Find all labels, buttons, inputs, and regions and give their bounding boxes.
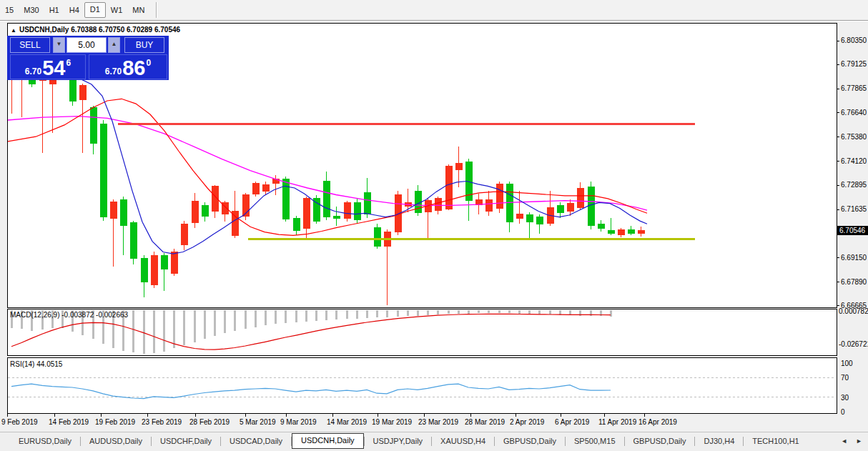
candle-body (100, 124, 107, 217)
date-axis-label: 14 Mar 2019 (327, 418, 367, 426)
date-axis-label: 28 Mar 2019 (465, 418, 505, 426)
arrow-down-icon: ▼ (56, 41, 62, 47)
candle-body (130, 223, 137, 259)
sell-price-pip: 6 (66, 58, 71, 68)
candle-body (171, 252, 177, 273)
date-axis-label: 16 Apr 2019 (638, 418, 677, 426)
candle-body (141, 259, 147, 282)
symbol-tab-usdjpy-daily[interactable]: USDJPY,Daily (365, 434, 432, 448)
arrow-up-icon: ▲ (112, 41, 117, 47)
macd-label: MACD(12,26,9) -0.003872 -0.002663 (10, 311, 128, 319)
candle-body (445, 167, 452, 209)
rsi-axis-label: 0 (841, 408, 845, 416)
timeframe-toolbar: 15M30H1H4D1W1MN (0, 0, 868, 21)
candle-body (120, 199, 127, 226)
rsi-axis-label: 70 (841, 374, 849, 382)
chart-title-text: USDCNH,Daily 6.70388 6.70750 6.70289 6.7… (19, 26, 180, 34)
date-axis-label: 19 Feb 2019 (95, 418, 135, 426)
symbol-tab-usdcnh-daily[interactable]: USDCNH,Daily (292, 433, 364, 449)
price-axis-label: 6.69150 (841, 254, 867, 262)
toolbar-separator (156, 2, 157, 18)
candle-body (303, 199, 310, 229)
candle-body (536, 217, 543, 224)
candle-body (79, 85, 86, 99)
candle-body (202, 205, 208, 216)
tabs-scroll-left-icon[interactable]: ◄ (841, 437, 847, 445)
timeframe-button-w1[interactable]: W1 (106, 3, 128, 17)
symbol-tab-eurusd-daily[interactable]: EURUSD,Daily (10, 434, 80, 448)
date-axis-label: 28 Feb 2019 (189, 418, 230, 426)
candle-body (526, 215, 533, 222)
symbol-tab-xauusd-h4[interactable]: XAUUSD,H4 (432, 434, 494, 448)
candle-body (608, 230, 614, 234)
buy-price-box[interactable]: 6.70 86 0 (89, 54, 167, 79)
sell-button[interactable]: SELL (10, 37, 50, 53)
price-axis-label: 6.74120 (841, 157, 867, 165)
candle-body (415, 191, 421, 213)
symbol-tab-usdchf-daily[interactable]: USDCHF,Daily (152, 434, 220, 448)
candle-body (323, 182, 330, 217)
timeframe-button-h4[interactable]: H4 (64, 3, 84, 17)
price-axis-label: 6.71635 (841, 205, 867, 213)
date-axis-label: 9 Mar 2019 (280, 418, 317, 426)
symbol-tab-bar: EURUSD,DailyAUDUSD,DailyUSDCHF,DailyUSDC… (0, 432, 868, 450)
date-axis-label: 5 Mar 2019 (240, 418, 276, 426)
price-axis-label: 6.76640 (841, 109, 867, 117)
symbol-tab-dj30-h4[interactable]: DJ30,H4 (695, 434, 743, 448)
candle-body (628, 229, 634, 233)
rsi-label: RSI(14) 44.0515 (10, 360, 62, 368)
candle-body (598, 224, 604, 229)
volume-increase-button[interactable]: ▲ (108, 37, 120, 53)
macd-axis-label: -0.026721 (839, 340, 868, 348)
candle-body (618, 229, 624, 234)
candle-body (161, 256, 167, 269)
candle-body (374, 228, 380, 247)
rsi-axis-label: 100 (841, 360, 853, 367)
rsi-axis-label: 30 (841, 394, 849, 402)
date-axis-label: 23 Feb 2019 (142, 418, 182, 426)
timeframe-button-h1[interactable]: H1 (44, 3, 64, 17)
candle-body (90, 108, 97, 144)
price-axis-label: 6.67890 (841, 278, 867, 286)
candle-body (364, 193, 370, 214)
symbol-tab-gbpusd-daily[interactable]: GBPUSD,Daily (625, 434, 695, 448)
candle-body (333, 216, 340, 218)
date-axis-label: 11 Apr 2019 (598, 418, 636, 426)
candle-body (293, 218, 300, 231)
symbol-tab-usdcad-daily[interactable]: USDCAD,Daily (221, 434, 291, 448)
candle-body (455, 163, 462, 169)
candle-body (181, 224, 187, 245)
current-price-badge: 6.70546 (837, 226, 868, 235)
symbol-tab-gbpusd-daily[interactable]: GBPUSD,Daily (495, 434, 565, 448)
volume-decrease-button[interactable]: ▼ (53, 37, 65, 53)
price-axis-label: 6.77865 (841, 84, 867, 92)
volume-input[interactable]: 5.00 (66, 37, 107, 53)
candle-body (110, 202, 117, 219)
buy-price-prefix: 6.70 (105, 66, 122, 76)
symbol-tab-tech100-h1[interactable]: TECH100,H1 (744, 434, 807, 448)
candle-body (557, 205, 563, 212)
candle-body (151, 256, 157, 285)
mt4-window: 15M30H1H4D1W1MN ▲USDCNH,Daily 6.70388 6.… (0, 0, 868, 451)
tabs-scroll-right-icon[interactable]: ► (856, 437, 862, 445)
timeframe-button-15[interactable]: 15 (0, 3, 19, 17)
candle-body (588, 187, 594, 225)
candle-body (192, 202, 198, 223)
timeframe-button-d1[interactable]: D1 (84, 2, 106, 18)
symbol-tab-audusd-daily[interactable]: AUDUSD,Daily (81, 434, 151, 448)
candle-body (252, 183, 259, 194)
buy-button[interactable]: BUY (124, 37, 164, 53)
candle-body (262, 185, 269, 191)
price-axis-label: 6.75380 (841, 133, 867, 141)
timeframe-button-mn[interactable]: MN (127, 3, 149, 17)
price-axis-label: 6.80350 (841, 36, 867, 44)
timeframe-button-m30[interactable]: M30 (19, 3, 44, 17)
sell-price-box[interactable]: 6.70 54 6 (10, 54, 86, 79)
one-click-trading-panel: SELL ▼ 5.00 ▲ BUY 6.70 54 6 6.70 86 0 (7, 36, 169, 80)
symbol-tab-sp500-m15[interactable]: SP500,M15 (566, 434, 623, 448)
buy-price-main: 86 (122, 57, 145, 79)
macd-pane (7, 309, 837, 355)
price-axis-label: 6.72895 (841, 181, 867, 189)
expand-arrow-icon: ▲ (11, 27, 16, 34)
sell-price-prefix: 6.70 (25, 66, 41, 76)
